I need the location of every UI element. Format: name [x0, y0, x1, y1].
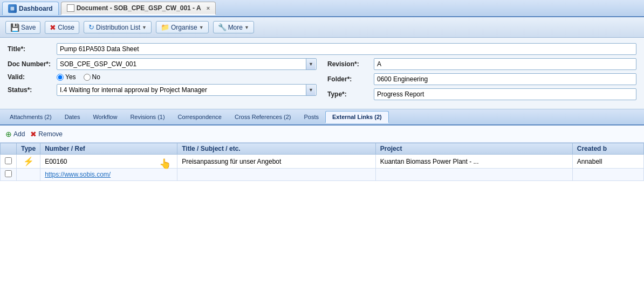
- title-input[interactable]: [57, 43, 636, 55]
- row1-project: Kuantan Biomass Power Plant - ...: [375, 155, 572, 169]
- doc-number-control: ▼: [57, 58, 317, 70]
- section-tabs: Attachments (2) Dates Workflow Revisions…: [0, 109, 644, 125]
- col-header-check: [1, 143, 17, 155]
- valid-no-option[interactable]: No: [84, 73, 100, 81]
- col-header-title: Title / Subject / etc.: [177, 143, 376, 155]
- valid-no-radio[interactable]: [84, 74, 91, 81]
- col-header-number: Number / Ref: [40, 143, 177, 155]
- title-row: Title*:: [8, 43, 636, 55]
- tab-revisions[interactable]: Revisions (1): [124, 111, 171, 122]
- type-control: [374, 88, 636, 100]
- distribution-list-button[interactable]: ↻ Distribution List ▼: [84, 21, 152, 33]
- tab-correspondence[interactable]: Correspondence: [172, 111, 228, 122]
- dashboard-icon: ⊞: [8, 4, 17, 13]
- folder-control: [374, 73, 636, 85]
- add-icon: ⊕: [5, 130, 12, 138]
- document-tab-icon: [67, 4, 74, 12]
- tab-posts[interactable]: Posts: [298, 111, 326, 122]
- organise-label: Organise: [171, 24, 197, 31]
- add-button[interactable]: ⊕ Add: [5, 130, 25, 138]
- add-label: Add: [13, 130, 25, 138]
- table-row: https://www.sobis.com/: [1, 169, 644, 181]
- save-icon: 💾: [10, 23, 19, 32]
- tab-workflow[interactable]: Workflow: [86, 111, 124, 122]
- remove-label: Remove: [38, 130, 63, 138]
- distribution-list-label: Distribution List: [96, 24, 140, 31]
- tab-attachments[interactable]: Attachments (2): [3, 111, 58, 122]
- valid-no-label: No: [92, 73, 100, 81]
- row2-created: [572, 169, 643, 181]
- col-header-created: Created b: [572, 143, 643, 155]
- doc-number-row: Doc Number*: ▼: [8, 58, 317, 70]
- remove-icon: ✖: [30, 130, 37, 138]
- col-header-type: Type: [17, 143, 40, 155]
- title-label: Title*:: [8, 45, 53, 53]
- close-label: Close: [58, 24, 74, 31]
- valid-row: Valid: Yes No: [8, 73, 317, 81]
- status-arrow[interactable]: ▼: [306, 85, 316, 95]
- valid-yes-radio[interactable]: [57, 74, 64, 81]
- close-button[interactable]: ✖ Close: [45, 21, 79, 34]
- row1-type: ⚡: [17, 155, 40, 169]
- revision-row: Revision*:: [327, 58, 636, 70]
- valid-yes-option[interactable]: Yes: [57, 73, 76, 81]
- valid-label: Valid:: [8, 73, 53, 81]
- save-button[interactable]: 💾 Save: [5, 21, 40, 34]
- doc-number-label: Doc Number*:: [8, 60, 53, 68]
- folder-input[interactable]: [374, 73, 636, 85]
- folder-row: Folder*:: [327, 73, 636, 85]
- more-label: More: [228, 24, 243, 31]
- status-label: Status*:: [8, 86, 53, 94]
- table-row: ⚡ E00160 Preisanpassung für unser Angebo…: [1, 155, 644, 169]
- valid-yes-label: Yes: [65, 73, 76, 81]
- status-select-wrap: ▼: [57, 84, 317, 96]
- more-button[interactable]: 🔧 More ▼: [213, 21, 254, 33]
- row2-link[interactable]: https://www.sobis.com/: [40, 169, 177, 181]
- organise-arrow: ▼: [199, 25, 204, 30]
- type-input[interactable]: [374, 88, 636, 100]
- doc-number-select-wrap: ▼: [57, 58, 317, 70]
- tab-bar: ⊞ Dashboard Document - SOB_CPE_GSP_CW_00…: [0, 0, 644, 17]
- row1-number: E00160: [40, 155, 177, 169]
- col-header-project: Project: [375, 143, 572, 155]
- tab-dates[interactable]: Dates: [58, 111, 87, 122]
- tab-cross-references[interactable]: Cross References (2): [228, 111, 298, 122]
- lightning-icon: ⚡: [23, 157, 34, 166]
- row2-type: [17, 169, 40, 181]
- action-bar: ⊕ Add ✖ Remove: [0, 125, 644, 143]
- title-control: [57, 43, 636, 55]
- type-row: Type*:: [327, 88, 636, 100]
- more-icon: 🔧: [218, 23, 227, 31]
- tab-document-label: Document - SOB_CPE_GSP_CW_001 - A: [77, 4, 201, 12]
- doc-number-input[interactable]: [57, 58, 317, 70]
- toolbar: 💾 Save ✖ Close ↻ Distribution List ▼ 📁 O…: [0, 17, 644, 38]
- distribution-list-arrow: ▼: [142, 25, 147, 30]
- remove-button[interactable]: ✖ Remove: [30, 130, 63, 138]
- external-links-table: Type Number / Ref Title / Subject / etc.…: [0, 143, 644, 181]
- row1-title: Preisanpassung für unser Angebot: [177, 155, 376, 169]
- valid-radio-group: Yes No: [57, 73, 100, 81]
- row2-title: [177, 169, 376, 181]
- row2-check[interactable]: [1, 169, 17, 181]
- close-icon: ✖: [50, 23, 56, 32]
- status-input[interactable]: [57, 84, 317, 96]
- doc-number-arrow[interactable]: ▼: [306, 59, 316, 69]
- revision-control: [374, 58, 636, 70]
- type-label: Type*:: [327, 90, 371, 98]
- tab-close-button[interactable]: ×: [207, 5, 210, 11]
- row1-created: Annabell: [572, 155, 643, 169]
- revision-input[interactable]: [374, 58, 636, 70]
- row1-check[interactable]: [1, 155, 17, 169]
- tab-external-links[interactable]: External Links (2): [325, 111, 389, 123]
- tab-dashboard[interactable]: ⊞ Dashboard: [2, 2, 59, 15]
- folder-label: Folder*:: [327, 75, 371, 83]
- revision-label: Revision*:: [327, 60, 371, 68]
- save-label: Save: [21, 24, 36, 31]
- status-row: Status*: ▼: [8, 84, 317, 96]
- content-area: Type Number / Ref Title / Subject / etc.…: [0, 143, 644, 181]
- form-area: Title*: Doc Number*: ▼: [0, 38, 644, 109]
- row2-project: [375, 169, 572, 181]
- tab-document[interactable]: Document - SOB_CPE_GSP_CW_001 - A ×: [61, 2, 216, 15]
- organise-icon: 📁: [161, 23, 169, 31]
- organise-button[interactable]: 📁 Organise ▼: [156, 21, 209, 33]
